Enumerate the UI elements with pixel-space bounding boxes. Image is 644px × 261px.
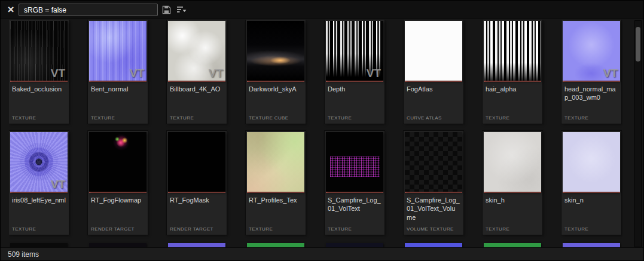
search-input[interactable] xyxy=(19,4,157,16)
asset-thumbnail: VT xyxy=(89,21,146,81)
asset-tile[interactable]: VT Baked_occlusion TEXTURE xyxy=(9,20,69,124)
asset-name: Billboard_4K_AO xyxy=(167,82,227,93)
asset-type-label: CURVE ATLAS xyxy=(407,115,442,121)
asset-tile[interactable]: VT S_Campfire_Log_01_VolText_Volume VOLU… xyxy=(404,131,463,235)
scrollbar-thumb[interactable] xyxy=(636,27,640,62)
asset-thumbnail: VT xyxy=(10,132,68,192)
status-bar: 509 items xyxy=(1,247,643,260)
virtual-texture-badge: VT xyxy=(51,67,65,80)
asset-thumbnail: VT xyxy=(247,21,304,81)
asset-type-label: TEXTURE xyxy=(328,115,352,121)
asset-tile[interactable]: VT Billboard_4K_AO TEXTURE xyxy=(167,20,227,124)
asset-thumbnail: VT xyxy=(326,21,383,81)
topbar: × xyxy=(1,1,643,19)
asset-name: Baked_occlusion xyxy=(9,82,69,93)
asset-name: FogAtlas xyxy=(404,82,463,93)
asset-type-label: RENDER TARGET xyxy=(170,226,213,232)
asset-tile[interactable]: VT RT_Profiles_Tex TEXTURE xyxy=(246,131,306,235)
asset-name: S_Campfire_Log_01_VolText xyxy=(325,193,384,213)
asset-thumbnail: VT xyxy=(89,132,146,192)
asset-type-label: TEXTURE xyxy=(486,226,509,232)
asset-thumbnail: VT xyxy=(563,132,620,192)
asset-tile[interactable]: VT skin_h TEXTURE xyxy=(483,131,542,235)
asset-tile[interactable]: VT Depth TEXTURE xyxy=(325,20,384,124)
asset-name: skin_n xyxy=(561,193,621,204)
asset-name: RT_FogMask xyxy=(167,193,227,204)
asset-thumbnail: VT xyxy=(405,132,462,192)
asset-name: S_Campfire_Log_01_VolText_Volume xyxy=(404,193,463,220)
filter-button[interactable] xyxy=(176,5,187,15)
asset-tile[interactable]: VT FogAtlas CURVE ATLAS xyxy=(404,20,463,124)
asset-tile[interactable]: VT RT_FogFlowmap RENDER TARGET xyxy=(88,131,148,235)
scrollbar[interactable] xyxy=(634,20,642,247)
asset-tile[interactable]: VT head_normal_map_003_wm0 TEXTURE xyxy=(561,20,621,124)
asset-thumbnail: VT xyxy=(10,21,68,81)
asset-type-label: TEXTURE CUBE xyxy=(249,115,289,121)
virtual-texture-badge: VT xyxy=(130,67,144,80)
asset-type-label: TEXTURE xyxy=(12,115,36,121)
close-icon[interactable]: × xyxy=(5,2,16,17)
asset-type-label: TEXTURE xyxy=(170,115,194,121)
asset-type-label: TEXTURE xyxy=(249,226,273,232)
item-count: 509 items xyxy=(8,250,39,259)
filter-icon xyxy=(176,5,187,14)
asset-tile[interactable]: VT iris08_leftEye_nml TEXTURE xyxy=(9,131,69,235)
asset-name: Darkworld_skyA xyxy=(246,82,306,93)
asset-thumbnail: VT xyxy=(326,132,383,192)
save-icon xyxy=(162,5,171,14)
asset-name: RT_Profiles_Tex xyxy=(246,193,306,204)
asset-tile[interactable]: VT hair_alpha TEXTURE xyxy=(483,20,542,124)
asset-name: hair_alpha xyxy=(483,82,542,93)
asset-thumbnail: VT xyxy=(168,21,225,81)
search-box xyxy=(19,4,158,16)
asset-type-label: TEXTURE xyxy=(91,115,115,121)
asset-name: skin_h xyxy=(483,193,542,204)
asset-grid: VT Baked_occlusion TEXTURE VT Bent_norma… xyxy=(9,20,622,248)
asset-thumbnail: VT xyxy=(484,21,541,81)
asset-type-label: TEXTURE xyxy=(12,226,36,232)
asset-browser-window: × VT Baked_occlusion TEXTURE xyxy=(0,0,644,261)
asset-tile[interactable]: VT Darkworld_skyA TEXTURE CUBE xyxy=(246,20,306,124)
asset-name: head_normal_map_003_wm0 xyxy=(561,82,621,102)
asset-name: RT_FogFlowmap xyxy=(88,193,148,204)
asset-thumbnail: VT xyxy=(484,132,541,192)
asset-type-label: RENDER TARGET xyxy=(91,226,135,232)
asset-type-label: TEXTURE xyxy=(564,226,588,232)
asset-thumbnail: VT xyxy=(168,132,225,192)
asset-thumbnail: VT xyxy=(405,21,462,81)
virtual-texture-badge: VT xyxy=(603,67,618,80)
virtual-texture-badge: VT xyxy=(367,67,381,80)
asset-name: Bent_normal xyxy=(88,82,148,93)
asset-tile[interactable]: VT Bent_normal TEXTURE xyxy=(88,20,148,124)
asset-thumbnail: VT xyxy=(563,21,620,81)
asset-tile[interactable]: VT skin_n TEXTURE xyxy=(561,131,621,235)
asset-thumbnail: VT xyxy=(247,132,304,192)
asset-name: iris08_leftEye_nml xyxy=(9,193,69,204)
asset-tile[interactable]: VT S_Campfire_Log_01_VolText TEXTURE xyxy=(325,131,384,235)
asset-tile[interactable]: VT RT_FogMask RENDER TARGET xyxy=(167,131,227,235)
asset-type-label: TEXTURE xyxy=(564,115,588,121)
virtual-texture-badge: VT xyxy=(51,178,65,191)
virtual-texture-badge: VT xyxy=(209,67,223,80)
save-search-button[interactable] xyxy=(162,5,173,15)
asset-type-label: VOLUME TEXTURE xyxy=(407,226,454,232)
asset-type-label: TEXTURE xyxy=(328,226,352,232)
asset-name: Depth xyxy=(325,82,384,93)
asset-type-label: TEXTURE xyxy=(486,115,509,121)
